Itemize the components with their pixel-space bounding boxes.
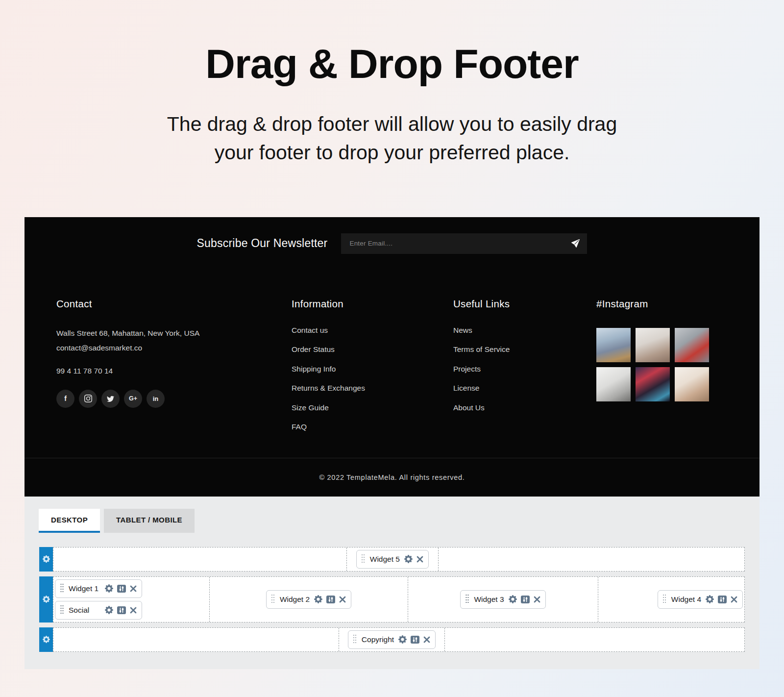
gear-icon[interactable] [105,606,113,614]
drop-zone[interactable] [439,548,744,571]
close-icon[interactable] [731,596,737,603]
footer-link[interactable]: License [453,384,596,393]
gear-icon[interactable] [404,555,413,563]
row-settings-handle[interactable] [39,547,53,572]
sliders-icon[interactable] [411,636,419,644]
contact-heading: Contact [56,298,292,310]
linkedin-icon[interactable]: in [147,390,165,408]
device-tabs: DESKTOP TABLET / MOBILE [24,497,760,533]
footer-link[interactable]: Shipping Info [292,365,453,373]
widget-chip-widget1[interactable]: Widget 1 [55,579,142,598]
widget-chip-widget2[interactable]: Widget 2 [266,590,351,609]
send-button[interactable] [571,239,580,248]
gear-icon[interactable] [314,595,322,603]
page: Drag & Drop Footer The drag & drop foote… [0,0,784,697]
instagram-icon[interactable] [79,390,97,408]
copyright-bar: © 2022 TemplateMela. All rights reserved… [24,458,760,497]
subtitle-line-2: your footer to drop your preferred place… [215,141,570,164]
footer-link[interactable]: FAQ [292,423,453,431]
facebook-icon[interactable]: f [56,390,74,408]
sliders-icon[interactable] [117,585,126,593]
close-icon[interactable] [130,607,137,614]
tab-tablet-mobile[interactable]: TABLET / MOBILE [104,509,195,533]
footer-link[interactable]: Projects [453,365,596,373]
google-plus-icon[interactable]: G+ [124,390,142,408]
instagram-photo-cyclist[interactable] [596,328,631,362]
builder-row-top: Widget 5 [39,547,745,572]
drag-handle-icon[interactable] [271,595,275,604]
drop-zone[interactable] [445,628,744,651]
close-icon[interactable] [534,596,540,603]
drop-zone[interactable]: Widget 1 Social [53,577,210,622]
drag-handle-icon[interactable] [362,554,366,564]
drop-zone[interactable] [53,628,339,651]
widget-chip-social[interactable]: Social [55,601,142,620]
newsletter-bar: Subscribe Our Newsletter [24,217,760,254]
builder-row-bottom: Copyright [39,627,745,652]
subtitle-line-1: The drag & drop footer will allow you to… [167,113,617,135]
widget-chip-widget3[interactable]: Widget 3 [460,590,545,609]
gear-icon[interactable] [706,595,714,603]
useful-links-heading: Useful Links [453,298,596,310]
drag-handle-icon[interactable] [60,605,64,615]
sliders-icon[interactable] [117,606,126,614]
sliders-icon[interactable] [326,596,335,603]
page-subtitle: The drag & drop footer will allow you to… [118,110,666,167]
instagram-photo-bedroom[interactable] [596,367,631,401]
footer-columns: Contact Walls Street 68, Mahattan, New Y… [24,254,760,458]
footer-link[interactable]: About Us [453,403,596,412]
drop-zone[interactable]: Widget 2 [210,577,409,622]
footer-link[interactable]: Returns & Exchanges [292,384,453,393]
widget-chip-widget4[interactable]: Widget 4 [658,590,743,609]
gear-icon[interactable] [509,595,517,603]
paper-plane-icon [571,239,580,248]
builder-rows: Widget 5 [24,533,760,652]
drop-zone[interactable]: Widget 4 [598,577,744,622]
instagram-photo-mechanic[interactable] [675,328,709,362]
close-icon[interactable] [339,596,346,603]
social-links: f G+ in [56,390,292,408]
footer-link[interactable]: Contact us [292,326,453,335]
drop-zone[interactable] [53,548,347,571]
close-icon[interactable] [130,585,137,592]
drop-zone[interactable]: Widget 5 [347,548,439,571]
footer-column-contact: Contact Walls Street 68, Mahattan, New Y… [56,298,292,458]
drag-handle-icon[interactable] [466,595,469,604]
newsletter-label: Subscribe Our Newsletter [197,237,328,250]
instagram-photo-firefighter[interactable] [636,367,670,401]
drag-handle-icon[interactable] [353,635,357,645]
drag-handle-icon[interactable] [663,595,667,604]
footer-column-information: Information Contact us Order Status Ship… [292,298,453,458]
widget-chip-widget5[interactable]: Widget 5 [356,550,429,569]
sliders-icon[interactable] [521,596,530,603]
row-settings-handle[interactable] [39,576,53,622]
drop-zone[interactable]: Copyright [339,628,444,651]
instagram-grid [596,328,728,401]
widget-chip-copyright[interactable]: Copyright [348,630,436,649]
close-icon[interactable] [416,556,423,563]
page-title: Drag & Drop Footer [0,42,784,85]
footer-link[interactable]: News [453,326,596,335]
contact-phone[interactable]: 99 4 11 78 70 14 [56,364,292,378]
instagram-photo-wedding[interactable] [675,367,709,401]
hero-section: Drag & Drop Footer The drag & drop foote… [0,0,784,167]
sliders-icon[interactable] [718,596,727,603]
footer-link[interactable]: Order Status [292,345,453,354]
footer-link[interactable]: Terms of Service [453,345,596,354]
email-input[interactable] [348,239,566,248]
tab-desktop[interactable]: DESKTOP [39,509,100,533]
footer-link[interactable]: Size Guide [292,403,453,412]
information-heading: Information [292,298,453,310]
builder-row-middle: Widget 1 Social [39,576,745,622]
drag-handle-icon[interactable] [60,584,64,594]
footer-preview: Subscribe Our Newsletter Contact Walls S… [24,217,760,497]
close-icon[interactable] [423,636,430,643]
row-settings-handle[interactable] [39,627,53,652]
newsletter-email-box [341,233,587,254]
contact-email[interactable]: contact@sadesmarket.co [56,341,292,355]
gear-icon[interactable] [398,635,407,644]
drop-zone[interactable]: Widget 3 [408,577,598,622]
twitter-icon[interactable] [101,390,120,408]
instagram-photo-child-glasses[interactable] [636,328,670,362]
gear-icon[interactable] [105,584,113,593]
